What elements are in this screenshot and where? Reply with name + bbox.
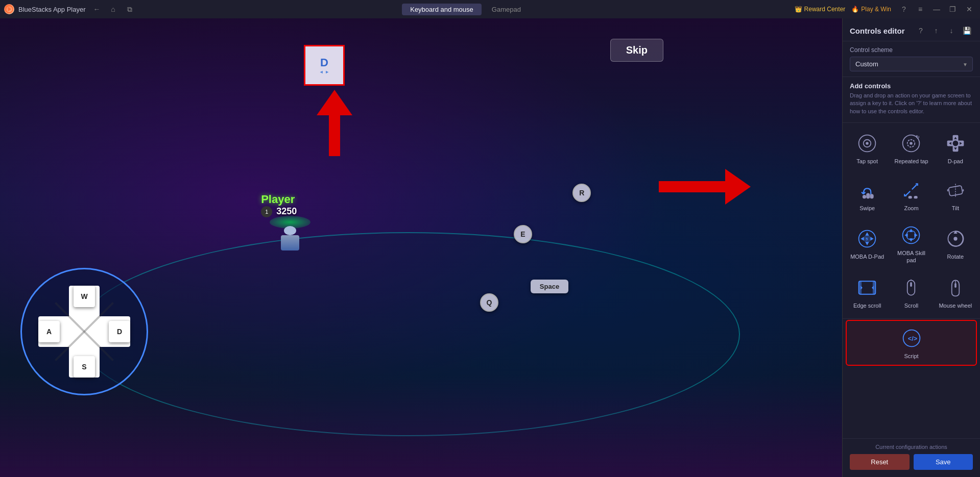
player-info: Player 1 3250 [261,193,297,217]
key-e-indicator: E [514,225,532,243]
svg-marker-28 [871,237,874,241]
svg-rect-18 [863,195,866,198]
help-button[interactable]: ? [897,3,911,16]
control-scheme-label: Control scheme [850,46,973,54]
control-tap-spot[interactable]: Tap spot [846,125,889,171]
key-space-indicator: Space [531,280,568,293]
play-win[interactable]: 🔥 Play & Win [851,6,891,13]
control-rotate[interactable]: Rotate [934,219,977,268]
svg-rect-19 [909,196,912,198]
panel-upload-button[interactable]: ↑ [930,24,942,37]
control-scroll[interactable]: Scroll [890,269,933,315]
add-controls-section: Add controls Drag and drop an action on … [843,77,980,123]
svg-rect-16 [870,194,874,198]
game-viewport: Skip W S A D [0,18,842,477]
svg-text:5: 5 [866,237,868,241]
moba-dpad-icon: 5 [856,228,878,250]
tap-spot-label: Tap spot [856,158,878,165]
scheme-select-wrapper: Custom [850,57,973,71]
svg-marker-33 [910,239,913,242]
minimize-button[interactable]: — [930,3,943,16]
script-label: Script [904,353,918,360]
repeated-tap-icon: ↻ [900,132,922,155]
control-moba-dpad[interactable]: 5 MOBA D-Pad [846,219,889,268]
edge-scroll-label: Edge scroll [853,302,881,309]
svg-rect-20 [914,196,918,198]
skip-button[interactable]: Skip [610,39,663,62]
panel-help-button[interactable]: ? [915,24,927,37]
main-area: Skip W S A D [0,18,980,477]
svg-marker-1 [8,7,11,11]
rotate-label: Rotate [947,253,964,260]
save-button[interactable]: Save [914,454,973,470]
svg-rect-45 [911,282,913,287]
panel-bottom: Current configuration actions Reset Save [843,438,980,477]
rotate-icon [944,228,967,250]
key-w: W [74,286,95,307]
control-scheme-section: Control scheme Custom [843,41,980,77]
mouse-wheel-label: Mouse wheel [939,302,972,309]
key-r-indicator: R [572,184,591,202]
player-name: Player [261,193,297,206]
repeated-tap-label: Repeated tap [894,158,928,165]
panel-title: Controls editor [850,27,905,35]
svg-point-7 [910,142,913,144]
svg-marker-27 [861,237,864,241]
title-bar-left: BlueStacks App Player ← ⌂ ⧉ [4,2,137,16]
panel-download-button[interactable]: ↓ [945,24,958,37]
dpad-icon [944,132,967,155]
fire-icon: 🔥 [851,6,859,13]
back-button[interactable]: ← [90,2,104,16]
close-button[interactable]: ✕ [963,3,976,16]
home-button[interactable]: ⌂ [106,2,121,16]
key-d: D [109,321,130,342]
reward-center[interactable]: 👑 Reward Center [795,6,846,13]
panel-header: Controls editor ? ↑ ↓ 💾 [843,18,980,41]
swipe-label: Swipe [859,205,875,212]
player-area [270,216,310,252]
restore-button[interactable]: ❐ [946,3,960,16]
scheme-select[interactable]: Custom [850,57,973,71]
svg-rect-48 [954,283,957,288]
svg-point-4 [866,142,868,144]
dpad-container: W S A D [20,268,148,395]
red-arrow-right [659,169,751,205]
window-button[interactable]: ⧉ [123,2,137,16]
dpad-label: D-pad [948,158,963,165]
tilt-icon [944,179,967,202]
panel-header-icons: ? ↑ ↓ 💾 [915,24,973,37]
script-icon: </> [900,327,923,349]
zoom-label: Zoom [904,205,918,212]
player-score: 3250 [276,206,297,217]
panel-save-icon-button[interactable]: 💾 [961,24,973,37]
control-edge-scroll[interactable]: Edge scroll [846,269,889,315]
tab-gamepad[interactable]: Gamepad [484,4,529,15]
title-bar-icons: ? ≡ — ❐ ✕ [897,3,976,16]
control-mouse-wheel[interactable]: Mouse wheel [934,269,977,315]
reset-button[interactable]: Reset [850,454,910,470]
title-bar-right: 👑 Reward Center 🔥 Play & Win ? ≡ — ❐ ✕ [795,3,976,16]
swipe-icon [856,179,878,202]
control-dpad[interactable]: D-pad [934,125,977,171]
control-zoom[interactable]: Zoom [890,172,933,218]
control-script[interactable]: </> Script [846,320,977,366]
control-tilt[interactable]: Tilt [934,172,977,218]
svg-marker-34 [905,234,908,237]
control-moba-skill[interactable]: MOBA Skill pad [890,219,933,268]
add-controls-title: Add controls [850,82,973,90]
app-logo [4,4,14,14]
svg-marker-35 [915,234,918,237]
moba-skill-icon [900,224,922,246]
svg-marker-25 [866,233,869,236]
control-swipe[interactable]: Swipe [846,172,889,218]
controls-panel: Controls editor ? ↑ ↓ 💾 Control scheme C… [842,18,980,477]
key-s: S [74,356,95,378]
tab-keyboard-mouse[interactable]: Keyboard and mouse [402,4,482,15]
svg-point-11 [952,141,958,146]
svg-rect-17 [866,193,870,198]
svg-point-38 [953,237,957,241]
menu-button[interactable]: ≡ [914,3,927,16]
crown-icon: 👑 [795,6,802,13]
title-bar-nav: ← ⌂ ⧉ [90,2,137,16]
control-repeated-tap[interactable]: ↻ Repeated tap [890,125,933,171]
